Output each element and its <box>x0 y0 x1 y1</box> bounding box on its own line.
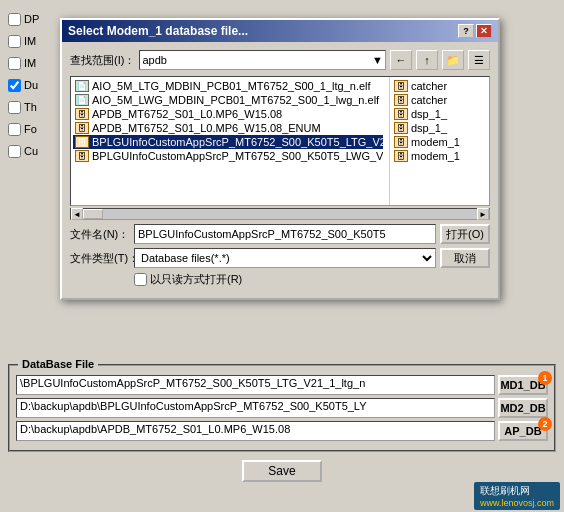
file-icon-db-3: 🗄 <box>75 136 89 148</box>
new-folder-icon: 📁 <box>446 54 460 67</box>
close-button[interactable]: ✕ <box>476 24 492 38</box>
horizontal-scrollbar[interactable]: ◄ ► <box>70 208 490 220</box>
file-name-c2-1: catcher <box>411 80 447 92</box>
view-icon: ☰ <box>474 54 484 67</box>
readonly-checkbox[interactable] <box>134 273 147 286</box>
back-icon: ← <box>396 54 407 66</box>
modal-titlebar: Select Modem_1 database file... ? ✕ <box>62 20 498 42</box>
help-button[interactable]: ? <box>458 24 474 38</box>
filename-label: 文件名(N)： <box>70 227 130 242</box>
modal-title: Select Modem_1 database file... <box>68 24 248 38</box>
file-item-2[interactable]: 📄 AIO_5M_LWG_MDBIN_PCB01_MT6752_S00_1_lw… <box>73 93 383 107</box>
filetype-select[interactable]: Database files(*.*) <box>134 248 436 268</box>
file-name-c2-6: modem_1 <box>411 150 460 162</box>
up-icon: ↑ <box>424 54 430 66</box>
file-icon-db-2: 🗄 <box>75 122 89 134</box>
file-icon-c2-4: 🗄 <box>394 122 408 134</box>
up-button[interactable]: ↑ <box>416 50 438 70</box>
modal-body: 查找范围(I)： apdb ▼ ← ↑ 📁 ☰ <box>62 42 498 298</box>
scroll-right-button[interactable]: ► <box>477 208 489 220</box>
file-list-col1: 📄 AIO_5M_LTG_MDBIN_PCB01_MT6752_S00_1_lt… <box>71 77 385 205</box>
file-name-c2-4: dsp_1_ <box>411 122 447 134</box>
file-list-col2: 🗄 catcher 🗄 catcher 🗄 dsp_1_ 🗄 dsp_1_ <box>389 77 489 205</box>
file-item-c2-5[interactable]: 🗄 modem_1 <box>392 135 487 149</box>
filetype-row: 文件类型(T)： Database files(*.*) 取消 <box>70 248 490 268</box>
combo-arrow: ▼ <box>372 54 383 66</box>
filename-row: 文件名(N)： 打开(O) <box>70 224 490 244</box>
new-folder-button[interactable]: 📁 <box>442 50 464 70</box>
modal-title-buttons: ? ✕ <box>458 24 492 38</box>
file-item-c2-3[interactable]: 🗄 dsp_1_ <box>392 107 487 121</box>
file-name-c2-2: catcher <box>411 94 447 106</box>
toolbar-label: 查找范围(I)： <box>70 53 135 68</box>
file-icon-c2-3: 🗄 <box>394 108 408 120</box>
modal-toolbar: 查找范围(I)： apdb ▼ ← ↑ 📁 ☰ <box>70 50 490 70</box>
modal-dialog: Select Modem_1 database file... ? ✕ 查找范围… <box>60 18 500 300</box>
file-name-6: BPLGUInfoCustomAppSrcP_MT6752_S00_K50T5_… <box>92 150 383 162</box>
file-icon-c2-5: 🗄 <box>394 136 408 148</box>
filename-input[interactable] <box>134 224 436 244</box>
file-item-c2-6[interactable]: 🗄 modem_1 <box>392 149 487 163</box>
file-icon-c2-2: 🗄 <box>394 94 408 106</box>
readonly-row: 以只读方式打开(R) <box>134 272 490 287</box>
file-name-4: APDB_MT6752_S01_L0.MP6_W15.08_ENUM <box>92 122 321 134</box>
file-item-6[interactable]: 🗄 BPLGUInfoCustomAppSrcP_MT6752_S00_K50T… <box>73 149 383 163</box>
back-button[interactable]: ← <box>390 50 412 70</box>
file-item-3[interactable]: 🗄 APDB_MT6752_S01_L0.MP6_W15.08 <box>73 107 383 121</box>
file-name-c2-5: modem_1 <box>411 136 460 148</box>
file-icon-elf: 📄 <box>75 80 89 92</box>
file-icon-db-4: 🗄 <box>75 150 89 162</box>
file-item-c2-4[interactable]: 🗄 dsp_1_ <box>392 121 487 135</box>
scroll-thumb[interactable] <box>83 209 103 219</box>
scroll-left-button[interactable]: ◄ <box>71 208 83 220</box>
file-name-3: APDB_MT6752_S01_L0.MP6_W15.08 <box>92 108 282 120</box>
file-item-5[interactable]: 🗄 BPLGUInfoCustomAppSrcP_MT6752_S00_K50T… <box>73 135 383 149</box>
open-button[interactable]: 打开(O) <box>440 224 490 244</box>
file-item-c2-1[interactable]: 🗄 catcher <box>392 79 487 93</box>
cancel-button[interactable]: 取消 <box>440 248 490 268</box>
folder-combo[interactable]: apdb ▼ <box>139 50 386 70</box>
file-list: 📄 AIO_5M_LTG_MDBIN_PCB01_MT6752_S00_1_lt… <box>70 76 490 206</box>
current-folder: apdb <box>142 54 166 66</box>
view-button[interactable]: ☰ <box>468 50 490 70</box>
file-item-4[interactable]: 🗄 APDB_MT6752_S01_L0.MP6_W15.08_ENUM <box>73 121 383 135</box>
file-name-c2-3: dsp_1_ <box>411 108 447 120</box>
file-item-c2-2[interactable]: 🗄 catcher <box>392 93 487 107</box>
filetype-label: 文件类型(T)： <box>70 251 130 266</box>
file-item-1[interactable]: 📄 AIO_5M_LTG_MDBIN_PCB01_MT6752_S00_1_lt… <box>73 79 383 93</box>
scroll-track <box>83 209 477 219</box>
file-icon-c2-1: 🗄 <box>394 80 408 92</box>
readonly-label: 以只读方式打开(R) <box>150 272 242 287</box>
file-icon-c2-6: 🗄 <box>394 150 408 162</box>
modal-overlay: Select Modem_1 database file... ? ✕ 查找范围… <box>0 0 564 512</box>
file-name-1: AIO_5M_LTG_MDBIN_PCB01_MT6752_S00_1_ltg_… <box>92 80 371 92</box>
file-icon-db-1: 🗄 <box>75 108 89 120</box>
file-name-5: BPLGUInfoCustomAppSrcP_MT6752_S00_K50T5_… <box>92 136 383 148</box>
file-icon-elf-2: 📄 <box>75 94 89 106</box>
file-name-2: AIO_5M_LWG_MDBIN_PCB01_MT6752_S00_1_lwg_… <box>92 94 379 106</box>
